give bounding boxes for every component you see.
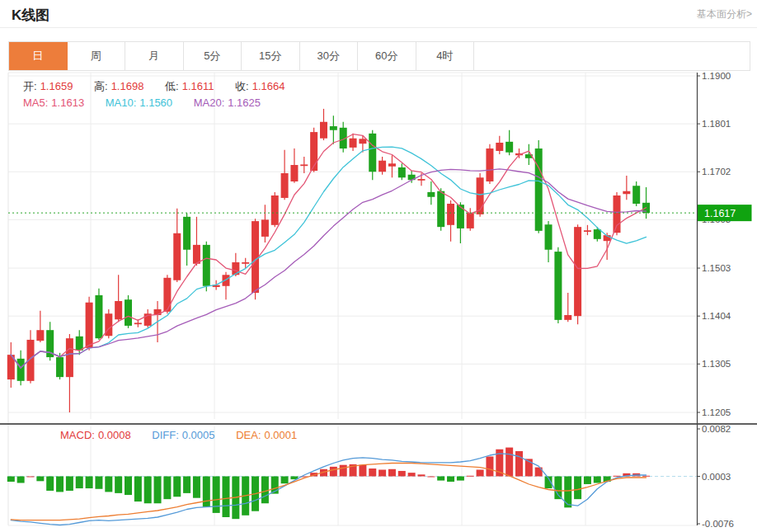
macd-bar: [564, 477, 571, 508]
dea-value: 0.0001: [265, 429, 298, 441]
macd-bar: [76, 477, 83, 489]
macd-bar: [27, 477, 35, 478]
close-label: 收:: [235, 80, 249, 92]
candle-body: [418, 179, 426, 181]
macd-bar: [173, 477, 181, 497]
candle-body: [76, 337, 83, 351]
macd-bar: [642, 476, 650, 477]
candle: [554, 247, 562, 323]
candle-body: [95, 295, 102, 338]
candle: [388, 155, 396, 177]
macd-bar: [515, 451, 523, 477]
candle: [290, 148, 298, 183]
macd-bar: [261, 477, 269, 504]
candle-body: [477, 177, 484, 214]
candle-body: [310, 132, 317, 171]
candle-body: [437, 191, 444, 227]
macd-bar: [66, 477, 73, 491]
ma10-label: MA10:: [106, 97, 137, 109]
price-tick-label: 1.1404: [702, 311, 731, 321]
macd-bar: [36, 477, 44, 482]
candle-body: [350, 139, 357, 148]
candle-body: [554, 252, 562, 320]
macd-bar: [95, 477, 102, 489]
header-divider: [0, 27, 757, 28]
candle-body: [115, 301, 122, 319]
candle: [564, 293, 571, 322]
macd-bar: [105, 477, 112, 492]
macd-bar: [115, 477, 122, 493]
macd-bar: [281, 477, 289, 484]
candle: [300, 157, 308, 173]
candle: [545, 221, 552, 262]
fundamental-analysis-link[interactable]: 基本面分析>: [697, 7, 752, 21]
candle-body: [369, 134, 376, 172]
candle: [642, 187, 650, 219]
candle: [66, 334, 73, 412]
candle: [36, 311, 44, 342]
tab-日[interactable]: 日: [9, 42, 68, 70]
macd-value: 0.0008: [98, 429, 131, 441]
candle: [505, 130, 513, 156]
diff-value: 0.0005: [182, 429, 215, 441]
macd-bar: [193, 477, 200, 498]
tab-周[interactable]: 周: [68, 42, 126, 70]
candle-body: [467, 213, 474, 228]
candle-body: [203, 245, 210, 286]
macd-bar: [163, 477, 171, 500]
tab-60分[interactable]: 60分: [358, 42, 416, 70]
macd-bar: [46, 477, 54, 491]
macd-bar: [154, 477, 162, 504]
candle: [330, 115, 337, 144]
macd-bar: [477, 469, 484, 476]
price-tick-label: 1.1305: [702, 359, 731, 369]
macd-bar: [378, 469, 386, 476]
macd-bar: [398, 471, 406, 477]
candle: [340, 122, 347, 153]
candle: [125, 295, 132, 328]
ma5-label: MA5:: [23, 97, 48, 109]
candle: [447, 200, 454, 242]
macd-bar: [594, 477, 601, 483]
price-tick-label: 1.1205: [702, 407, 731, 417]
tab-4时[interactable]: 4时: [416, 42, 475, 70]
candle-body: [66, 338, 73, 377]
macd-bar: [134, 477, 142, 502]
candle: [46, 322, 54, 360]
candle-body: [564, 315, 571, 320]
candle-body: [427, 192, 435, 197]
macd-bar: [614, 476, 621, 477]
candle-body: [125, 299, 132, 326]
macd-bar: [359, 465, 366, 477]
tab-月[interactable]: 月: [125, 42, 184, 70]
candle: [203, 242, 210, 291]
candle: [115, 275, 122, 322]
tab-15分[interactable]: 15分: [242, 42, 300, 70]
macd-bar: [330, 467, 337, 477]
candle: [427, 181, 435, 205]
macd-bar: [505, 448, 513, 477]
price-tick-label: 1.1900: [702, 71, 731, 81]
candle-body: [545, 224, 552, 250]
candle-body: [193, 245, 200, 264]
candle-body: [496, 143, 503, 151]
close-value: 1.1664: [252, 80, 285, 92]
macd-bar: [388, 469, 396, 477]
price-tick-label: 1.1503: [702, 263, 731, 273]
page-title: K线图: [12, 6, 49, 25]
candle-body: [378, 161, 386, 172]
candle-body: [447, 204, 454, 225]
tab-5分[interactable]: 5分: [184, 42, 242, 70]
macd-bar: [7, 477, 15, 483]
candle: [281, 150, 289, 200]
candle-body: [584, 230, 591, 232]
candle-body: [574, 227, 581, 316]
high-value: 1.1698: [111, 80, 144, 92]
candle-body: [86, 303, 93, 348]
macd-bar: [203, 477, 210, 507]
candle: [105, 309, 112, 338]
candle-body: [242, 262, 249, 264]
tab-30分[interactable]: 30分: [300, 42, 359, 70]
candle-body: [56, 357, 63, 377]
ma20-value: 1.1625: [228, 97, 261, 109]
